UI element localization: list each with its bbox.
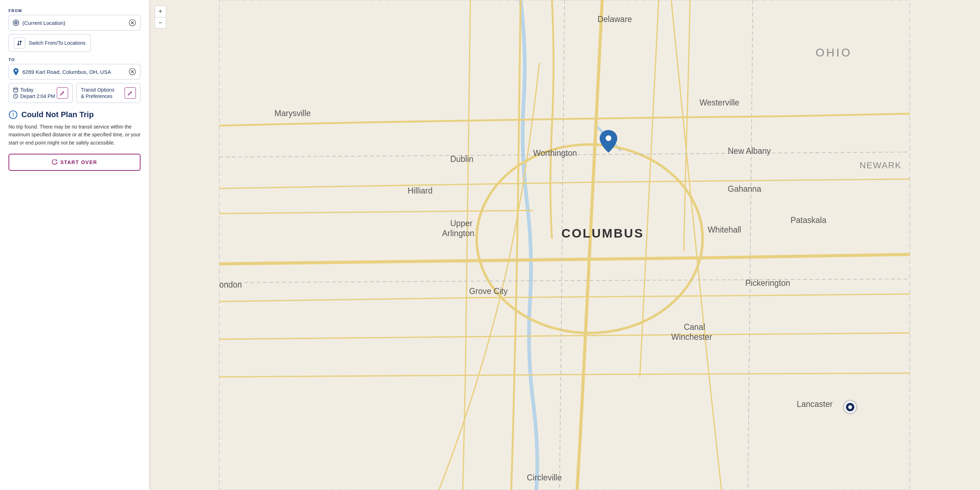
svg-text:COLUMBUS: COLUMBUS (561, 226, 644, 240)
transit-line1: Transit Options (81, 87, 114, 93)
destination-pin-icon (13, 68, 19, 75)
map-svg: OHIO Delaware Marysville Westerville Dub… (149, 0, 980, 490)
svg-text:Winchester: Winchester (671, 332, 712, 342)
edit-datetime-icon (60, 91, 65, 96)
calendar-icon (13, 87, 18, 92)
from-clear-button[interactable] (128, 18, 137, 27)
svg-text:ondon: ondon (219, 280, 242, 289)
current-location-icon (13, 19, 19, 26)
svg-text:Westerville: Westerville (699, 98, 739, 107)
map-controls: + − (155, 6, 166, 29)
svg-text:Arlington: Arlington (442, 229, 474, 238)
svg-text:New Albany: New Albany (728, 146, 771, 155)
svg-text:Marysville: Marysville (275, 109, 311, 118)
svg-text:NEWARK: NEWARK (860, 161, 902, 170)
trip-planner-panel: FROM Swit (0, 0, 149, 490)
svg-text:Worthington: Worthington (533, 148, 577, 158)
switch-arrows-icon (17, 40, 22, 46)
datetime-card: Today Depart 2:04 PM (8, 83, 73, 103)
svg-text:Canal: Canal (684, 322, 705, 332)
svg-text:Pataskala: Pataskala (791, 215, 826, 225)
time-value: Depart 2:04 PM (20, 93, 55, 99)
transit-text: Transit Options & Preferences (81, 87, 114, 99)
start-over-button[interactable]: START OVER (8, 154, 140, 171)
time-line: Depart 2:04 PM (13, 93, 55, 99)
start-over-label: START OVER (60, 160, 97, 165)
svg-text:Delaware: Delaware (598, 14, 632, 24)
error-title-row: ! Could Not Plan Trip (8, 110, 140, 119)
zoom-in-button[interactable]: + (155, 6, 166, 17)
edit-transit-button[interactable] (124, 87, 136, 99)
svg-text:Gahanna: Gahanna (728, 184, 761, 193)
date-value: Today (20, 87, 33, 93)
transit-line2: & Preferences (81, 93, 114, 99)
date-line: Today (13, 87, 55, 93)
datetime-transit-row: Today Depart 2:04 PM (8, 83, 140, 103)
refresh-icon (52, 160, 57, 165)
svg-text:Lancaster: Lancaster (797, 399, 833, 409)
to-clear-button[interactable] (128, 67, 137, 76)
svg-text:Upper: Upper (450, 219, 473, 228)
svg-text:!: ! (13, 112, 14, 118)
switch-icon-box (14, 37, 25, 49)
svg-text:Dublin: Dublin (450, 155, 473, 164)
error-title: Could Not Plan Trip (21, 110, 94, 119)
svg-point-2 (15, 22, 17, 24)
datetime-text: Today Depart 2:04 PM (13, 87, 55, 99)
svg-rect-12 (13, 88, 18, 92)
switch-locations-button[interactable]: Switch From/To Locations (8, 34, 91, 52)
clear-from-icon (129, 19, 136, 26)
svg-line-18 (16, 96, 17, 97)
error-icon: ! (8, 110, 18, 119)
svg-text:Whitehall: Whitehall (708, 225, 741, 235)
edit-transit-icon (128, 91, 133, 96)
svg-rect-21 (219, 0, 910, 490)
svg-text:Grove City: Grove City (469, 287, 508, 296)
to-label: TO (8, 57, 140, 62)
edit-datetime-button[interactable] (57, 87, 68, 99)
to-input-row (8, 64, 140, 80)
error-body: No trip found. There may be no transit s… (8, 123, 140, 147)
transit-options-card: Transit Options & Preferences (76, 83, 140, 103)
error-section: ! Could Not Plan Trip No trip found. The… (8, 110, 140, 171)
map-area: OHIO Delaware Marysville Westerville Dub… (149, 0, 980, 490)
clock-icon (13, 94, 18, 99)
svg-point-8 (15, 70, 17, 72)
switch-button-label: Switch From/To Locations (29, 40, 86, 46)
from-label: FROM (8, 8, 140, 13)
svg-text:OHIO: OHIO (816, 46, 852, 59)
clear-to-icon (129, 68, 136, 75)
zoom-out-button[interactable]: − (155, 17, 166, 29)
from-input-row (8, 15, 140, 30)
svg-text:Hilliard: Hilliard (408, 186, 433, 195)
to-input[interactable] (22, 69, 128, 75)
svg-point-46 (606, 135, 611, 141)
svg-text:Circleville: Circleville (527, 473, 562, 482)
svg-text:Pickerington: Pickerington (746, 278, 791, 287)
svg-point-49 (848, 405, 852, 409)
from-input[interactable] (22, 20, 128, 26)
